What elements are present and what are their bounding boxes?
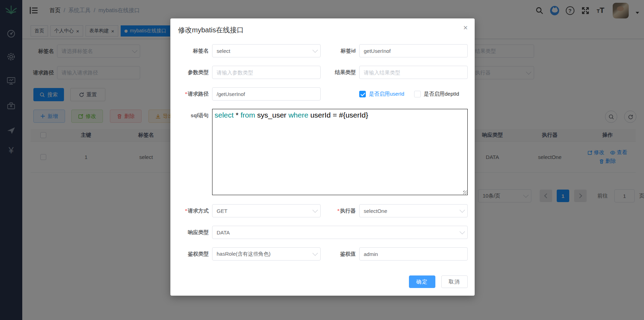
tag-id-label: 标签id	[321, 44, 356, 57]
auth-value-input[interactable]	[359, 247, 468, 261]
auth-value-label: 鉴权值	[321, 247, 356, 261]
enable-checkboxes: 是否启用userId 是否启用deptId	[359, 87, 459, 101]
auth-type-label: 鉴权类型	[177, 247, 209, 261]
auth-value-input-field[interactable]	[364, 251, 463, 257]
chevron-down-icon	[460, 207, 465, 213]
resp-type-label: 响应类型	[177, 226, 209, 239]
param-type-input-field[interactable]	[217, 70, 316, 75]
method-label: *请求方式	[177, 204, 209, 217]
resp-type-select[interactable]: DATA	[212, 226, 468, 239]
chevron-down-icon	[313, 250, 318, 256]
sql-label: sql语句	[177, 109, 209, 195]
enable-userid-checkbox[interactable]: 是否启用userId	[359, 91, 404, 97]
checkbox-checked-icon	[359, 91, 366, 97]
enable-deptid-checkbox[interactable]: 是否启用deptId	[414, 91, 459, 97]
result-type-input-field[interactable]	[364, 70, 463, 75]
dialog-title: 修改mybatis在线接口	[178, 25, 244, 35]
confirm-button[interactable]: 确定	[409, 275, 435, 288]
screen: ¥ 首页 / 系统工具 / mybatis在线接口	[0, 0, 644, 320]
tag-name-select[interactable]: select	[212, 44, 321, 57]
method-select[interactable]: GET	[212, 204, 321, 217]
chevron-down-icon	[313, 207, 318, 213]
cancel-button[interactable]: 取消	[441, 275, 468, 288]
param-type-label: 参数类型	[177, 66, 209, 79]
edit-mybatis-dialog: 修改mybatis在线接口 × 标签名 select 标签id 参数类型	[170, 18, 475, 296]
path-label: *请求路径	[177, 87, 209, 101]
sql-code: select * from sys_user where userId = #{…	[215, 111, 368, 119]
close-icon[interactable]: ×	[463, 24, 468, 32]
auth-type-select[interactable]: hasRole(含有这些角色)	[212, 247, 321, 261]
chevron-down-icon	[313, 47, 318, 53]
result-type-label: 结果类型	[321, 66, 356, 79]
chevron-down-icon	[460, 229, 465, 234]
resize-handle-icon[interactable]	[463, 191, 467, 194]
path-input-field[interactable]	[217, 91, 316, 97]
tag-name-label: 标签名	[177, 44, 209, 57]
executor-label: *执行器	[321, 204, 356, 217]
tag-id-input-field[interactable]	[364, 48, 463, 54]
executor-select[interactable]: selectOne	[359, 204, 468, 217]
param-type-input[interactable]	[212, 66, 321, 79]
checkbox-unchecked-icon	[414, 91, 421, 97]
sql-editor[interactable]: select * from sys_user where userId = #{…	[212, 109, 468, 195]
result-type-input[interactable]	[359, 66, 468, 79]
path-input[interactable]	[212, 87, 321, 101]
tag-id-input[interactable]	[359, 44, 468, 57]
